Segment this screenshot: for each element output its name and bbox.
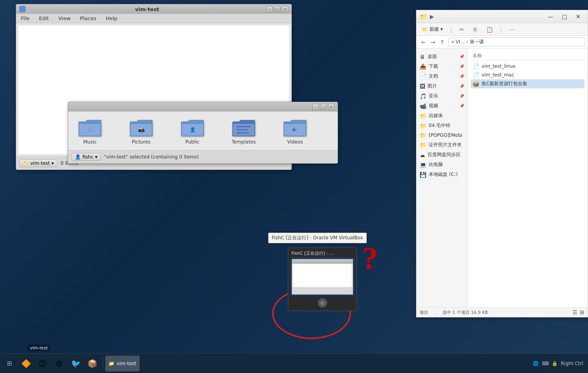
fm-menu-help[interactable]: Help — [104, 15, 119, 22]
win-items-count: 项目 — [420, 310, 428, 315]
svg-text:▶: ▶ — [293, 126, 297, 132]
file-item-fishc-bundle[interactable]: 📦 鱼C最新资源打包合集 — [471, 79, 584, 88]
win-new-button[interactable]: 📁 新建 ▾ — [420, 25, 445, 34]
svg-text:👤: 👤 — [190, 127, 196, 132]
fm-menu-file[interactable]: File — [19, 15, 31, 22]
taskbar-apps-button[interactable]: ⊞ — [2, 356, 17, 371]
folder-templates[interactable]: Templates — [226, 116, 261, 146]
fb-location-button[interactable]: 👤 fishc ▾ — [71, 153, 101, 161]
sidebar-baidu-label: 百度网盘同步区 — [427, 151, 461, 158]
fm-menu-edit[interactable]: Edit — [37, 15, 50, 22]
videos-icon: 📹 — [420, 103, 426, 109]
win-copy-button[interactable]: ⎘ — [471, 25, 479, 34]
win-view-list-icon[interactable]: ☰ — [573, 309, 578, 315]
sidebar-popgo-label: [POPGO][Mobi — [429, 132, 462, 138]
sidebar-item-pictures[interactable]: 🖼 图片 📌 — [416, 81, 467, 91]
svg-text:📷: 📷 — [138, 126, 145, 133]
folder-public[interactable]: 👤 Public — [175, 116, 210, 146]
preview-close-button[interactable]: ⊘ — [318, 298, 327, 308]
taskbar-keyboard-icon: ⌨ — [542, 361, 549, 366]
win-back-button[interactable]: ← — [420, 38, 427, 46]
folder-music[interactable]: ♪ Music — [72, 116, 108, 146]
fm-window-title: vim-test — [28, 6, 266, 12]
sidebar-item-zimeiti[interactable]: 📁 自媒体 — [416, 111, 467, 121]
win-cut-icon: ✂ — [459, 26, 464, 33]
folder-videos[interactable]: ▶ Videos — [277, 116, 313, 146]
pictures-icon: 🖼 — [420, 83, 425, 90]
fm-minimize-button[interactable]: − — [266, 6, 273, 12]
fb-close-button[interactable]: ✕ — [328, 104, 334, 110]
fm-close-button[interactable]: ✕ — [282, 6, 288, 12]
taskbar: ⊞ 🔶 😊 ⚙ 🐦 📦 📁 vim-test 🌐 ⌨ 🔒 Right Ctrl — [0, 353, 588, 373]
sidebar-maozhogte-label: 04.毛中特 — [429, 122, 450, 129]
win-view-grid-icon[interactable]: ⊞ — [580, 309, 584, 315]
fm-dropdown-icon: ▾ — [52, 160, 54, 166]
fb-titlebar: − □ ✕ — [68, 102, 338, 112]
sidebar-drive-c-label: 本地磁盘 (C:) — [429, 171, 458, 178]
taskbar-rightctrl-label: Right Ctrl — [561, 361, 583, 366]
fb-win-controls: − □ ✕ — [312, 104, 334, 110]
win-body: 🖥 桌面 📌 📥 下载 📌 📄 文档 📌 🖼 图片 📌 🎵 音 — [416, 48, 588, 307]
taskbar-bird-button[interactable]: 🐦 — [68, 356, 84, 371]
sidebar-item-popgo[interactable]: 📁 [POPGO][Mobi — [416, 131, 467, 140]
sidebar-item-drive-c[interactable]: 💾 本地磁盘 (C:) — [416, 170, 467, 179]
file-item-vim-mac[interactable]: 📄 vim_test_mac — [471, 71, 584, 79]
win-forward-button[interactable]: → — [429, 38, 437, 46]
taskbar-smiley-button[interactable]: 😊 — [35, 356, 50, 371]
win-up-button[interactable]: ↑ — [438, 38, 446, 46]
templates-folder-icon — [232, 117, 256, 138]
win-close-button[interactable]: ✕ — [572, 13, 584, 21]
win-cut-button[interactable]: ✂ — [457, 25, 467, 34]
mypc-icon: 💻 — [420, 162, 426, 168]
taskbar-vimtest-button[interactable]: 📁 vim-test — [105, 356, 140, 371]
win-controls: — □ ✕ — [544, 13, 584, 21]
win-address-bar: ← → ↑ « VI... › 第一课 — [416, 36, 588, 48]
taskbar-box-button[interactable]: 📦 — [84, 356, 100, 371]
sidebar-item-baidu[interactable]: ☁ 百度网盘同步区 — [416, 150, 467, 160]
win-more-button[interactable]: ··· — [507, 25, 517, 34]
sidebar-desktop-label: 桌面 — [427, 53, 437, 60]
win-nav-arrow: ▶ — [430, 13, 434, 20]
fm-folder-icon: 📁 — [23, 160, 29, 166]
sidebar-item-documents[interactable]: 📄 文档 📌 — [416, 71, 467, 81]
fm-maximize-button[interactable]: □ — [274, 6, 280, 12]
fb-maximize-button[interactable]: □ — [320, 104, 327, 110]
fm-win-controls: − □ ✕ — [266, 6, 288, 12]
sidebar-item-photos[interactable]: 📁 证件照片文件夹 — [416, 140, 467, 150]
win-minimize-button[interactable]: — — [544, 13, 557, 21]
fb-minimize-button[interactable]: − — [312, 104, 319, 110]
sidebar-item-desktop[interactable]: 🖥 桌面 📌 — [416, 52, 467, 62]
documents-pin-icon: 📌 — [459, 74, 464, 78]
sidebar-item-downloads[interactable]: 📥 下载 📌 — [416, 62, 467, 71]
win-paste-icon: 📋 — [486, 26, 493, 33]
win-explorer-icon: 📁 — [420, 13, 427, 21]
sidebar-pictures-label: 图片 — [427, 83, 437, 90]
virtualbox-tooltip: FishC [正在运行] - Oracle VM VirtualBox — [268, 233, 367, 243]
sidebar-zimeiti-label: 自媒体 — [429, 112, 443, 119]
videos-pin-icon: 📌 — [459, 104, 464, 108]
sidebar-item-videos[interactable]: 📹 视频 📌 — [416, 101, 467, 111]
drive-c-icon: 💾 — [420, 172, 426, 178]
fm-menu-view[interactable]: View — [57, 15, 72, 22]
taskbar-gear-button[interactable]: ⚙ — [51, 356, 67, 371]
taskbar-firefox-button[interactable]: 🔶 — [18, 356, 34, 371]
fb-statusbar: 👤 fishc ▾ "vim-test" selected (containin… — [68, 150, 338, 163]
sidebar-item-music[interactable]: 🎵 音乐 📌 — [416, 91, 467, 101]
fm-menu-places[interactable]: Places — [78, 15, 98, 22]
win-sb-divider: | — [435, 310, 436, 315]
preview-thumbnail — [290, 257, 355, 297]
music-folder-icon: ♪ — [78, 117, 102, 138]
sidebar-item-mypc[interactable]: 💻 此电脑 — [416, 160, 467, 170]
win-paste-button[interactable]: 📋 — [484, 25, 495, 34]
folder-pictures[interactable]: 📷 Pictures — [123, 116, 159, 146]
win-maximize-button[interactable]: □ — [558, 13, 571, 21]
taskbar-separator — [103, 358, 103, 369]
file-item-vim-linux[interactable]: 📄 vim_test_linux — [471, 62, 584, 71]
vim-linux-icon: 📄 — [472, 63, 479, 69]
win-toolbar-sep2: | — [500, 25, 502, 34]
win-breadcrumb[interactable]: « VI... › 第一课 — [448, 37, 584, 47]
sidebar-item-maozhogte[interactable]: 📁 04.毛中特 — [416, 121, 467, 131]
win-new-icon: 📁 — [422, 27, 428, 32]
sidebar-videos-label: 视频 — [429, 103, 438, 109]
fm-location-button[interactable]: 📁 vim-test ▾ — [19, 159, 58, 167]
